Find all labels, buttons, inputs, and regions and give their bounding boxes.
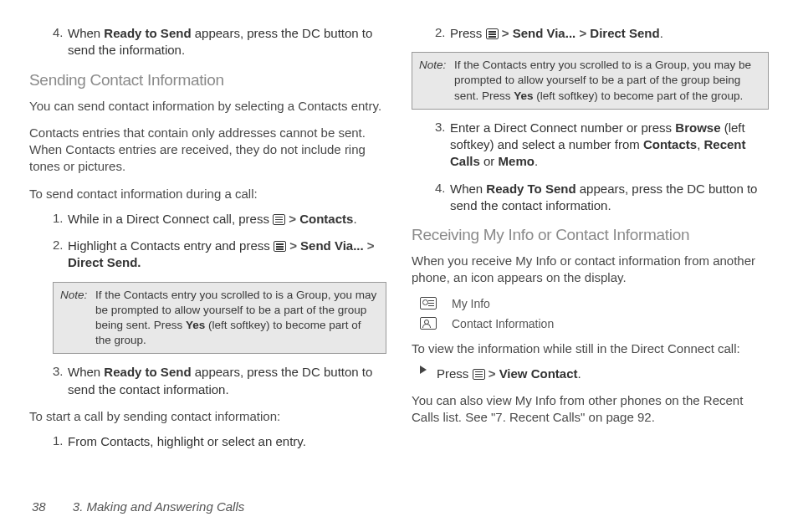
step-number: 1. xyxy=(53,211,68,228)
bullet-text: Press > View Contact. xyxy=(437,366,581,382)
text: Press xyxy=(437,366,473,381)
step-number: 3. xyxy=(53,364,68,398)
page-footer: 38 3. Making and Answering Calls xyxy=(32,499,244,514)
step-number: 1. xyxy=(53,433,68,450)
contact-icon xyxy=(420,317,437,330)
bold-text: Browse xyxy=(675,120,720,135)
right-column: 2. Press > Send Via... > Direct Send. No… xyxy=(412,25,769,460)
icon-label: Contact Information xyxy=(452,317,554,330)
bold-text: Ready to Send xyxy=(104,26,191,40)
step-4r: 4. When Ready To Send appears, press the… xyxy=(435,181,769,215)
text: Highlight a Contacts entry and press xyxy=(68,238,274,253)
bold-text: View Contact xyxy=(499,366,578,381)
heading-sending-contact: Sending Contact Information xyxy=(29,71,386,90)
bold-text: Ready to Send xyxy=(104,365,191,379)
paragraph: You can also view My Info from other pho… xyxy=(412,392,769,427)
bold-text: Contacts xyxy=(643,137,697,151)
icon-row-myinfo: My Info xyxy=(420,297,769,310)
instruction: To send contact information during a cal… xyxy=(29,186,386,202)
menu-icon xyxy=(274,241,286,252)
step-3r: 3. Enter a Direct Connect number or pres… xyxy=(435,120,769,171)
menu-icon xyxy=(273,214,285,225)
bold-text: Memo xyxy=(499,154,535,168)
chevron-icon: > xyxy=(502,26,509,40)
step-text: Enter a Direct Connect number or press B… xyxy=(450,120,769,171)
text: . xyxy=(660,26,663,40)
step-number: 4. xyxy=(53,25,68,59)
text: Enter a Direct Connect number or press xyxy=(450,120,675,135)
page-number: 38 xyxy=(32,499,46,514)
step-number: 2. xyxy=(435,25,450,42)
note-label: Note: xyxy=(419,58,454,104)
text: When xyxy=(450,182,486,196)
step-text: When Ready to Send appears, press the DC… xyxy=(68,25,386,59)
step-text: When Ready To Send appears, press the DC… xyxy=(450,181,769,215)
paragraph: You can send contact information by sele… xyxy=(29,98,386,115)
step-text: From Contacts, highlight or select an en… xyxy=(68,433,386,450)
bold-text: Direct Send xyxy=(590,26,659,40)
chevron-icon: > xyxy=(289,238,297,253)
text: While in a Direct Connect call, press xyxy=(68,212,273,226)
bold-text: Yes xyxy=(514,90,533,102)
text: . xyxy=(535,154,538,168)
step-text: Highlight a Contacts entry and press > S… xyxy=(68,238,386,272)
step-number: 2. xyxy=(53,238,68,272)
icon-label: My Info xyxy=(452,297,490,310)
text: or xyxy=(480,154,499,168)
step-1: 1. While in a Direct Connect call, press… xyxy=(53,211,386,228)
step-4-top: 4. When Ready to Send appears, press the… xyxy=(53,25,386,59)
paragraph: Contacts entries that contain only addre… xyxy=(29,125,386,176)
chevron-icon: > xyxy=(579,26,586,40)
chevron-icon: > xyxy=(367,238,375,253)
bold-text: Ready To Send xyxy=(486,182,575,196)
instruction: To view the information while still in t… xyxy=(412,340,769,357)
note-label: Note: xyxy=(60,288,95,349)
step-text: When Ready to Send appears, press the DC… xyxy=(68,364,386,398)
bold-text: Direct Send. xyxy=(68,255,141,269)
text: (left softkey) to become part of the gro… xyxy=(534,90,744,102)
note-box: Note: If the Contacts entry you scrolled… xyxy=(53,282,386,355)
heading-receiving: Receiving My Info or Contact Information xyxy=(412,226,769,244)
text: . xyxy=(578,366,581,381)
chevron-icon: > xyxy=(289,212,296,226)
step-3: 3. When Ready to Send appears, press the… xyxy=(53,364,386,398)
chapter-title: 3. Making and Answering Calls xyxy=(73,499,244,514)
step-text: While in a Direct Connect call, press > … xyxy=(68,211,386,228)
note-text: If the Contacts entry you scrolled to is… xyxy=(95,288,379,349)
triangle-bullet-icon xyxy=(420,366,427,374)
chevron-icon: > xyxy=(489,366,496,381)
bold-text: Yes xyxy=(186,319,205,331)
bullet-step: Press > View Contact. xyxy=(412,366,769,382)
instruction: To start a call by sending contact infor… xyxy=(29,408,386,425)
paragraph: When you receive My Info or contact info… xyxy=(412,253,769,287)
step-1b: 1. From Contacts, highlight or select an… xyxy=(53,433,386,450)
bold-text: Send Via... xyxy=(300,238,364,253)
step-text: Press > Send Via... > Direct Send. xyxy=(450,25,769,42)
note-text: If the Contacts entry you scrolled to is… xyxy=(454,58,761,104)
icon-row-contact: Contact Information xyxy=(420,317,769,330)
text: When xyxy=(68,365,104,379)
step-number: 4. xyxy=(435,181,450,215)
menu-icon xyxy=(486,28,499,39)
myinfo-icon xyxy=(420,297,437,309)
step-number: 3. xyxy=(435,120,450,171)
left-column: 4. When Ready to Send appears, press the… xyxy=(29,25,386,460)
bold-text: Contacts xyxy=(299,212,353,226)
text: When xyxy=(68,26,104,40)
menu-icon xyxy=(473,369,485,380)
note-box: Note: If the Contacts entry you scrolled… xyxy=(412,52,769,110)
bold-text: Send Via... xyxy=(513,26,576,40)
text: . xyxy=(353,212,356,226)
step-2r: 2. Press > Send Via... > Direct Send. xyxy=(435,25,769,42)
step-2: 2. Highlight a Contacts entry and press … xyxy=(53,238,386,272)
text: Press xyxy=(450,26,486,40)
